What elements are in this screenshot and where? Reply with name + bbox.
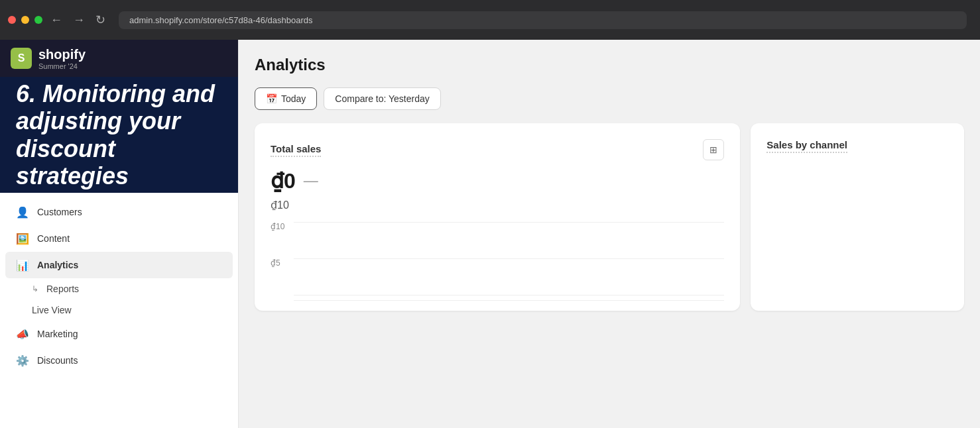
metric-dash: — bbox=[304, 172, 318, 189]
browser-forward-btn[interactable]: → bbox=[70, 11, 88, 30]
content-icon: 🖼️ bbox=[16, 232, 29, 245]
browser-minimize-btn[interactable] bbox=[21, 16, 29, 24]
sidebar-header: S shopify Summer '24 bbox=[0, 40, 238, 77]
store-info: shopify Summer '24 bbox=[38, 47, 86, 70]
total-sales-value: ₫0 — bbox=[271, 168, 724, 193]
shopify-logo-text: shopify bbox=[38, 47, 86, 62]
sidebar: S shopify Summer '24 6. Monitoring and a… bbox=[0, 40, 239, 428]
sidebar-item-reports[interactable]: ↳ Reports bbox=[5, 278, 233, 299]
compare-filter-btn[interactable]: Compare to: Yesterday bbox=[324, 87, 440, 110]
sidebar-item-customers[interactable]: 👤 Customers bbox=[5, 199, 233, 225]
sidebar-item-live-view[interactable]: Live View bbox=[5, 299, 233, 321]
store-name-label: Summer '24 bbox=[38, 62, 86, 70]
today-label: Today bbox=[281, 93, 306, 104]
chart-y-axis: ₫10 ₫5 bbox=[271, 222, 290, 295]
analytics-icon: 📊 bbox=[16, 258, 29, 272]
compare-label: Compare to: Yesterday bbox=[335, 93, 429, 104]
browser-address-bar[interactable]: admin.shopify.com/store/c57d8a-46/dashbo… bbox=[119, 11, 967, 29]
browser-back-btn[interactable]: ← bbox=[48, 11, 65, 30]
sales-channel-card: Sales by channel bbox=[751, 123, 964, 311]
browser-chrome: ← → ↻ admin.shopify.com/store/c57d8a-46/… bbox=[0, 0, 980, 40]
total-sales-card-header: Total sales ⊞ bbox=[271, 139, 724, 160]
sidebar-item-analytics[interactable]: 📊 Analytics bbox=[5, 252, 233, 278]
overlay-banner: 6. Monitoring and adjusting your discoun… bbox=[0, 77, 238, 193]
chart-svg bbox=[294, 222, 724, 301]
page-title: Analytics bbox=[255, 56, 964, 74]
sidebar-item-content[interactable]: 🖼️ Content bbox=[5, 225, 233, 252]
sidebar-item-discounts[interactable]: ⚙️ Discounts bbox=[5, 347, 233, 374]
sidebar-label-live-view: Live View bbox=[32, 305, 72, 315]
reports-arrow-icon: ↳ bbox=[32, 284, 38, 294]
marketing-icon: 📣 bbox=[16, 327, 29, 341]
sidebar-label-analytics: Analytics bbox=[37, 260, 78, 270]
sidebar-label-marketing: Marketing bbox=[37, 329, 78, 339]
filter-bar: 📅 Today Compare to: Yesterday bbox=[255, 87, 964, 110]
sidebar-label-discounts: Discounts bbox=[37, 355, 78, 366]
sales-channel-title: Sales by channel bbox=[766, 139, 847, 153]
sales-channel-header: Sales by channel bbox=[766, 139, 948, 153]
total-sales-sub-value: ₫10 bbox=[271, 199, 724, 211]
cards-row: Total sales ⊞ ₫0 — ₫10 ₫10 ₫5 bbox=[255, 123, 964, 311]
today-filter-btn[interactable]: 📅 Today bbox=[255, 87, 317, 110]
sidebar-item-marketing[interactable]: 📣 Marketing bbox=[5, 321, 233, 347]
total-sales-chart: ₫10 ₫5 bbox=[271, 222, 724, 295]
chart-label-mid: ₫5 bbox=[271, 258, 290, 268]
sidebar-label-customers: Customers bbox=[37, 207, 82, 217]
total-sales-title: Total sales bbox=[271, 143, 321, 157]
sidebar-label-content: Content bbox=[37, 233, 70, 244]
total-sales-icon-btn[interactable]: ⊞ bbox=[703, 139, 724, 160]
main-content: Analytics 📅 Today Compare to: Yesterday … bbox=[239, 40, 980, 428]
discounts-icon: ⚙️ bbox=[16, 354, 29, 367]
app-container: S shopify Summer '24 6. Monitoring and a… bbox=[0, 40, 980, 428]
sidebar-label-reports: Reports bbox=[46, 284, 79, 294]
customers-icon: 👤 bbox=[16, 205, 29, 219]
browser-refresh-btn[interactable]: ↻ bbox=[93, 10, 108, 30]
chart-label-top: ₫10 bbox=[271, 222, 290, 231]
overlay-heading: 6. Monitoring and adjusting your discoun… bbox=[16, 80, 222, 190]
total-sales-card: Total sales ⊞ ₫0 — ₫10 ₫10 ₫5 bbox=[255, 123, 740, 311]
calendar-icon: 📅 bbox=[266, 93, 277, 104]
browser-close-btn[interactable] bbox=[8, 16, 16, 24]
shopify-logo-icon: S bbox=[11, 48, 32, 69]
browser-maximize-btn[interactable] bbox=[34, 16, 42, 24]
